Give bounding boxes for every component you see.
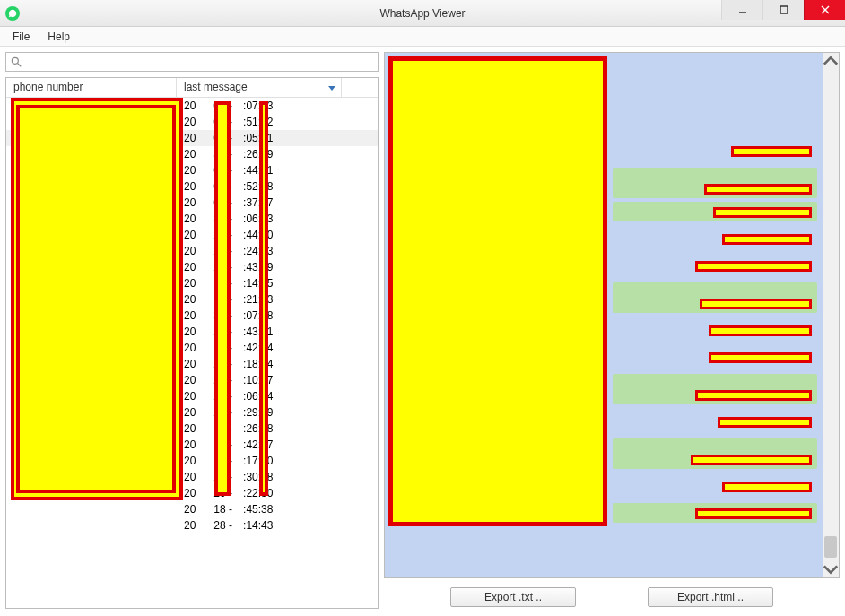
cell-last-message: 2024 - :06:44 <box>177 390 378 403</box>
export-txt-button[interactable]: Export .txt .. <box>450 587 576 607</box>
cell-last-message: 2030 - :06:03 <box>177 213 378 225</box>
column-phone[interactable]: phone number <box>6 78 177 97</box>
redaction-timestamp <box>718 417 812 428</box>
cell-last-message: 2020 - :22:50 <box>177 487 378 499</box>
last-year: 20 <box>184 132 196 144</box>
last-year: 20 <box>184 455 196 467</box>
last-year: 20 <box>184 406 196 419</box>
search-input[interactable] <box>26 56 374 68</box>
last-time: :52:18 <box>243 180 273 193</box>
chat-view <box>384 52 840 578</box>
cell-last-message: 2029 - :43:21 <box>177 325 378 338</box>
cell-last-message: 2029 - :42:04 <box>177 342 378 354</box>
chat-bubble[interactable] <box>613 320 817 340</box>
column-pad <box>342 78 378 97</box>
cell-last-message: 2014 - :14:15 <box>177 277 378 290</box>
cell-last-message: 2021 - :24:23 <box>177 245 378 257</box>
chat-bubble[interactable] <box>613 256 817 275</box>
cell-last-message: 2023 - :44:00 <box>177 229 378 241</box>
menu-file[interactable]: File <box>4 29 39 45</box>
cell-last-message: 2019 - :26:38 <box>177 422 378 435</box>
scroll-thumb[interactable] <box>824 536 837 558</box>
last-year: 20 <box>184 342 196 354</box>
menu-help[interactable]: Help <box>39 29 79 45</box>
last-time: :21:23 <box>243 293 273 306</box>
last-year: 20 <box>184 374 196 386</box>
last-year: 20 <box>184 196 196 209</box>
redaction-timestamp <box>722 482 812 492</box>
last-year: 20 <box>184 309 196 322</box>
redaction-timestamp <box>695 508 812 519</box>
last-time: :29:19 <box>243 406 273 419</box>
chat-inner[interactable] <box>385 53 823 577</box>
cell-last-message: 2029 - :10:57 <box>177 374 378 386</box>
table-row[interactable]: 2018 - :45:38 <box>6 501 378 517</box>
redaction-timestamp <box>695 390 812 401</box>
last-time: :05:51 <box>243 132 273 144</box>
last-time: :06:03 <box>243 213 273 225</box>
table-row[interactable]: 2028 - :14:43 <box>6 517 378 534</box>
cell-last-message: 2020 - :17:20 <box>177 455 378 467</box>
redaction-date-col2 <box>259 101 268 496</box>
cell-last-message: 2023 - :29:19 <box>177 406 378 419</box>
cell-last-message: 2004 - :52:18 <box>177 180 378 193</box>
last-year: 20 <box>184 229 196 241</box>
right-panel: Export .txt .. Export .html .. <box>384 52 840 609</box>
last-time: :43:59 <box>243 261 273 273</box>
list-body[interactable]: 2002 - :07:532002 - :51:122002 - :05:512… <box>6 98 378 608</box>
last-year: 20 <box>184 277 196 290</box>
chat-bubble[interactable] <box>613 347 817 367</box>
cell-last-message: 2010 - :21:23 <box>177 293 378 306</box>
last-year: 20 <box>184 503 196 516</box>
cell-last-message: 2020 - :43:59 <box>177 261 378 273</box>
redaction-timestamp <box>709 352 812 363</box>
scroll-up-icon[interactable] <box>823 53 839 69</box>
last-time: :44:51 <box>243 164 273 177</box>
last-mid: 28 - <box>213 519 232 532</box>
search-box[interactable] <box>5 52 379 72</box>
close-button[interactable] <box>804 0 845 20</box>
last-year: 20 <box>184 116 196 128</box>
main-area: phone number last message 2002 - :07:532… <box>0 47 845 616</box>
last-time: :26:29 <box>243 148 273 161</box>
chat-scrollbar[interactable] <box>823 53 839 577</box>
chat-bubble[interactable] <box>613 374 817 404</box>
chat-bubble[interactable] <box>613 202 817 221</box>
last-year: 20 <box>184 180 196 193</box>
last-year: 20 <box>184 325 196 338</box>
last-time: :30:18 <box>243 471 273 483</box>
last-time: :51:12 <box>243 116 273 128</box>
last-year: 20 <box>184 487 196 499</box>
redaction-timestamp <box>695 261 812 272</box>
last-time: :07:53 <box>243 100 273 112</box>
chat-bubble[interactable] <box>613 282 817 313</box>
chat-bubble[interactable] <box>613 476 817 496</box>
chat-bubble[interactable] <box>613 141 817 161</box>
minimize-button[interactable] <box>721 0 762 20</box>
window-buttons <box>721 0 845 20</box>
cell-last-message: 2031 - :07:18 <box>177 309 378 322</box>
export-row: Export .txt .. Export .html .. <box>384 578 840 609</box>
chat-bubble[interactable] <box>613 412 817 431</box>
last-time: :43:21 <box>243 325 273 338</box>
maximize-button[interactable] <box>762 0 804 20</box>
last-year: 20 <box>184 261 196 273</box>
redaction-date-col1 <box>214 101 231 496</box>
export-html-button[interactable]: Export .html .. <box>648 587 773 607</box>
svg-rect-1 <box>780 6 788 13</box>
last-year: 20 <box>184 438 196 451</box>
last-year: 20 <box>184 519 196 532</box>
redaction-timestamp <box>713 207 812 218</box>
last-year: 20 <box>184 164 196 177</box>
scroll-down-icon[interactable] <box>823 561 839 577</box>
chat-bubble[interactable] <box>613 438 817 469</box>
column-last-message[interactable]: last message <box>177 78 342 97</box>
last-time: :14:43 <box>243 519 273 532</box>
chat-bubble[interactable] <box>613 503 817 523</box>
chat-bubble[interactable] <box>613 168 817 198</box>
scroll-track[interactable] <box>823 69 839 561</box>
redaction-timestamp <box>731 146 812 157</box>
last-time: :42:04 <box>243 342 273 354</box>
left-panel: phone number last message 2002 - :07:532… <box>5 52 379 609</box>
chat-bubble[interactable] <box>613 229 817 248</box>
